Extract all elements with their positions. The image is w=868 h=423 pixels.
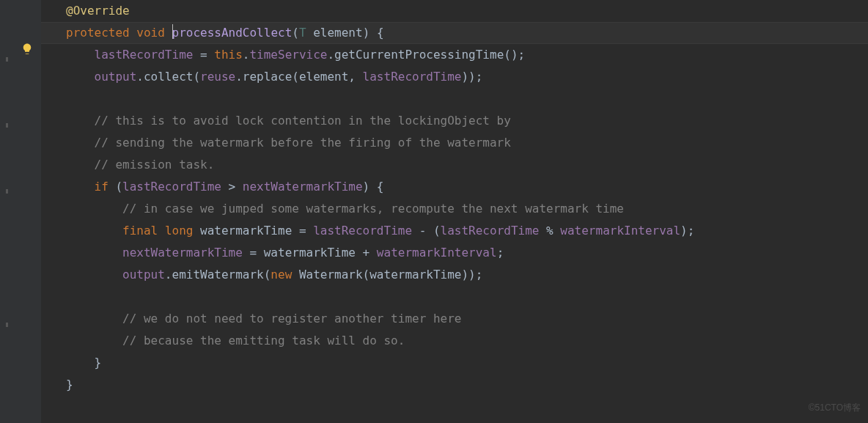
param-name: element bbox=[313, 26, 362, 40]
code-line: final long watermarkTime = lastRecordTim… bbox=[41, 220, 868, 242]
fold-marker bbox=[6, 57, 8, 62]
field: lastRecordTime bbox=[95, 48, 194, 62]
field: reuse bbox=[200, 70, 235, 84]
code-line: output.emitWatermark(new Watermark(water… bbox=[41, 264, 868, 286]
keyword: void bbox=[136, 26, 165, 40]
code-line-comment: // this is to avoid lock contention in t… bbox=[41, 110, 868, 132]
code-line-comment: // emission task. bbox=[41, 154, 868, 176]
code-line: nextWatermarkTime = watermarkTime + wate… bbox=[41, 242, 868, 264]
code-line-blank bbox=[41, 88, 868, 110]
code-editor[interactable]: @Override protected void processAndColle… bbox=[41, 0, 868, 423]
lightbulb-icon[interactable] bbox=[21, 43, 34, 56]
fold-marker bbox=[6, 189, 8, 194]
keyword: long bbox=[165, 224, 194, 238]
code-line-comment: // in case we jumped some watermarks, re… bbox=[41, 198, 868, 220]
code-line: } bbox=[41, 352, 868, 374]
keyword: protected bbox=[66, 26, 130, 40]
method-name: processAndCollect bbox=[172, 26, 293, 40]
code-line-comment: // we do not need to register another ti… bbox=[41, 308, 868, 330]
field: lastRecordTime bbox=[122, 180, 221, 194]
code-line: @Override bbox=[41, 0, 868, 22]
type-param: T bbox=[299, 26, 306, 40]
code-line: lastRecordTime = this.timeService.getCur… bbox=[41, 44, 868, 66]
field: timeService bbox=[249, 48, 327, 62]
field: output bbox=[95, 70, 137, 84]
field: nextWatermarkTime bbox=[243, 180, 363, 194]
keyword: this bbox=[214, 48, 243, 62]
keyword: if bbox=[95, 180, 108, 194]
keyword: new bbox=[271, 268, 292, 282]
fold-marker bbox=[6, 323, 8, 327]
code-line: if (lastRecordTime > nextWatermarkTime) … bbox=[41, 176, 868, 198]
field: nextWatermarkTime bbox=[122, 246, 243, 260]
field: lastRecordTime bbox=[441, 224, 540, 238]
annotation: @Override bbox=[66, 4, 130, 18]
code-line: output.collect(reuse.replace(element, la… bbox=[41, 66, 868, 88]
code-line-current: protected void processAndCollect(T eleme… bbox=[41, 22, 868, 44]
code-line-comment: // sending the watermark before the firi… bbox=[41, 132, 868, 154]
field: lastRecordTime bbox=[313, 224, 412, 238]
field: output bbox=[122, 268, 165, 282]
field: lastRecordTime bbox=[363, 70, 462, 84]
editor-gutter bbox=[0, 0, 41, 423]
field: watermarkInterval bbox=[560, 224, 680, 238]
keyword: final bbox=[122, 224, 158, 238]
fold-marker bbox=[6, 123, 8, 128]
field: watermarkInterval bbox=[377, 246, 497, 260]
code-line-blank bbox=[41, 286, 868, 308]
code-line-comment: // because the emitting task will do so. bbox=[41, 330, 868, 352]
watermark-text: ©51CTO博客 bbox=[809, 397, 861, 419]
code-line: } bbox=[41, 374, 868, 396]
